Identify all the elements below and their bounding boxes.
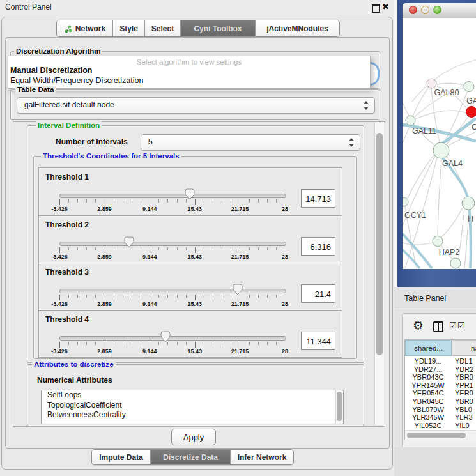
node-bottom[interactable]: [450, 258, 461, 268]
list-item[interactable]: SelfLoops: [42, 390, 343, 401]
mac-zoom-light[interactable]: [433, 6, 441, 14]
close-icon[interactable]: ✖: [382, 2, 389, 12]
tab-infer-network[interactable]: Infer Network: [231, 450, 293, 464]
mac-minimize-light[interactable]: [421, 6, 429, 14]
horizontal-scrollbar[interactable]: [405, 430, 476, 440]
tick-label: -3.426: [51, 301, 68, 307]
popup-item-equal-width-frequency[interactable]: Equal Width/Frequency Discretization: [8, 76, 370, 86]
threshold-3-slider[interactable]: -3.426 2.859 9.144 15.43 21.715 28: [59, 263, 285, 310]
table-row[interactable]: YBR043CYBR0: [405, 373, 476, 381]
node-gal4[interactable]: [433, 142, 449, 158]
interval-definition-label: Interval Definition: [36, 121, 102, 130]
number-of-intervals-label: Number of Intervals: [56, 137, 128, 146]
column-header-shared[interactable]: shared...: [405, 340, 452, 356]
threshold-2-value[interactable]: 6.316: [301, 237, 335, 256]
threshold-4-slider[interactable]: -3.426 2.859 9.144 15.43 21.715 28: [59, 311, 285, 357]
checkbox-icon[interactable]: ☑: [449, 321, 457, 330]
threshold-2-panel: Threshold 2 -3.426 2.859 9.144 15.43 21.…: [38, 215, 342, 263]
threshold-2-slider[interactable]: -3.426 2.859 9.144 15.43 21.715 28: [59, 216, 285, 263]
table-data-combo-value: galFiltered.sif default node: [24, 100, 114, 109]
node-gal80[interactable]: [427, 79, 436, 88]
slider-thumb[interactable]: [233, 284, 243, 295]
threshold-4-value[interactable]: 11.344: [301, 332, 335, 350]
threshold-1-value[interactable]: 14.713: [301, 189, 335, 208]
tab-discretize-data[interactable]: Discretize Data: [151, 450, 231, 464]
tick-label: 28: [282, 206, 288, 212]
table-row[interactable]: YDL19...YDL1: [405, 357, 476, 365]
control-panel-title: Control Panel: [5, 3, 52, 12]
column-header-name[interactable]: na: [452, 340, 476, 356]
network-icon: [64, 24, 72, 33]
list-item[interactable]: BetweennessCentrality: [42, 410, 343, 420]
tick-label: 15.43: [188, 206, 203, 212]
list-scrollbar[interactable]: [335, 390, 343, 424]
table-row[interactable]: YLR345WYLR3: [405, 413, 476, 422]
threshold-1-slider[interactable]: -3.426 2.859 9.144 15.43 21.715 28: [59, 168, 285, 215]
node-ga[interactable]: [464, 82, 474, 92]
slider-track[interactable]: [59, 242, 286, 246]
node-red-selected[interactable]: [466, 107, 476, 118]
tab-network[interactable]: Network: [57, 20, 113, 36]
float-window-icon[interactable]: [372, 4, 380, 13]
tick-label: 28: [282, 348, 288, 355]
threshold-3-value[interactable]: 21.4: [301, 284, 335, 303]
threshold-4-panel: Threshold 4 -3.426 2.859 9.144 15.43 21.…: [38, 310, 342, 358]
label-c: C: [472, 123, 476, 132]
tab-cyni-toolbox[interactable]: Cyni Toolbox: [181, 20, 256, 36]
bottom-tab-bar: Impute Data Discretize Data Infer Networ…: [91, 449, 294, 465]
numerical-attributes-list[interactable]: SelfLoops TopologicalCoefficient Between…: [41, 390, 344, 424]
tick-label: -3.426: [51, 206, 68, 212]
numerical-attributes-label: Numerical Attributes: [37, 376, 112, 385]
tab-impute-data[interactable]: Impute Data: [92, 450, 151, 464]
slider-thumb[interactable]: [160, 331, 171, 342]
tick-label: -3.426: [51, 254, 68, 260]
table-row[interactable]: YER054CYER0: [405, 389, 476, 397]
gear-icon[interactable]: ⚙: [413, 318, 424, 333]
top-tab-bar: Network Style Select Cyni Toolbox jActiv…: [56, 20, 340, 37]
slider-thumb[interactable]: [185, 188, 195, 200]
tick-label: 21.715: [231, 254, 249, 260]
columns-icon[interactable]: [433, 321, 443, 332]
node-gcy1[interactable]: [403, 197, 408, 206]
node-gal11[interactable]: [406, 116, 415, 125]
tab-jactivemnodules[interactable]: jActiveMNodules: [256, 20, 339, 36]
label-h: H: [468, 215, 473, 224]
tick-label: 15.43: [188, 348, 203, 355]
table-row[interactable]: YBR045CYBR0: [405, 397, 476, 406]
apply-button[interactable]: Apply: [171, 429, 216, 445]
table-row[interactable]: YPR145WYPR1: [405, 381, 476, 390]
attributes-group-label: Attributes to discretize: [32, 360, 116, 369]
slider-thumb[interactable]: [124, 236, 134, 248]
node-h[interactable]: [462, 197, 475, 210]
table-row[interactable]: YDR27...YDR2: [405, 365, 476, 374]
control-panel-titlebar: Control Panel: [0, 0, 394, 15]
list-item[interactable]: TopologicalCoefficient: [42, 401, 343, 411]
network-canvas[interactable]: GAL80 GA C GAL11 GAL4 GCY1 H HAP2: [403, 18, 476, 269]
table-row[interactable]: YBL079WYBL0: [405, 406, 476, 414]
vertical-scrollbar[interactable]: [374, 122, 384, 425]
tick-label: 9.144: [142, 301, 157, 307]
tab-select[interactable]: Select: [145, 20, 181, 36]
table-row[interactable]: YIL052CYIL0: [405, 422, 476, 429]
checkbox-icon[interactable]: ☑: [457, 321, 465, 330]
table-data-label: Table Data: [15, 86, 56, 94]
tick-label: 9.144: [142, 348, 157, 355]
popup-hint: Select algorithm to view settings: [8, 56, 370, 66]
label-gal80: GAL80: [434, 88, 459, 97]
network-window-titlebar[interactable]: [403, 3, 476, 19]
slider-track[interactable]: [59, 336, 286, 341]
list-scrollbar-thumb[interactable]: [337, 392, 342, 421]
table-data-combo[interactable]: galFiltered.sif default node: [17, 97, 375, 114]
slider-track[interactable]: [59, 194, 286, 198]
table-panel-header: Table Panel: [394, 287, 476, 311]
node-hap2[interactable]: [433, 236, 443, 247]
vertical-scrollbar-thumb[interactable]: [376, 133, 383, 355]
horizontal-scrollbar-thumb[interactable]: [407, 433, 466, 438]
tick-label: -3.426: [51, 348, 68, 355]
popup-item-manual-discretization[interactable]: Manual Discretization: [8, 66, 370, 76]
tick-label: 28: [282, 254, 288, 260]
mac-close-light[interactable]: [409, 6, 417, 14]
slider-track[interactable]: [59, 289, 286, 293]
number-of-intervals-combo[interactable]: 5: [141, 134, 360, 151]
tab-style[interactable]: Style: [113, 20, 145, 36]
